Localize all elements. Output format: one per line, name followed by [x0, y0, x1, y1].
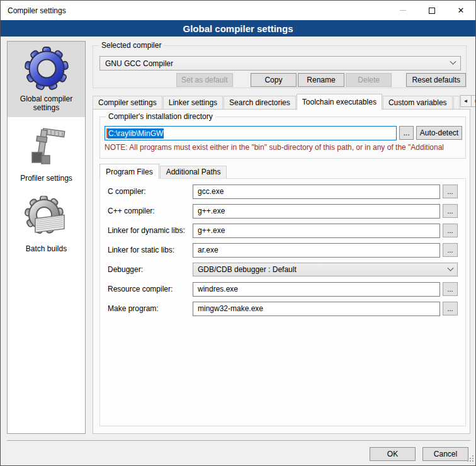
sidebar-item-label: Profiler settings: [20, 174, 72, 183]
tab-toolchain-executables[interactable]: Toolchain executables: [297, 94, 382, 110]
browse-resource-compiler-button[interactable]: ...: [443, 282, 458, 296]
cancel-button[interactable]: Cancel: [422, 447, 468, 461]
field-value: g++.exe: [198, 226, 225, 235]
compiler-buttons-row: Set as default Copy Rename Delete Reset …: [93, 73, 466, 87]
installation-directory-group: Compiler's installation directory C:\ray…: [99, 116, 466, 159]
auto-detect-button[interactable]: Auto-detect: [416, 126, 462, 140]
sidebar-item-batch-builds[interactable]: Batch builds: [8, 191, 85, 258]
toolchain-subtabstrip: Program Files Additional Paths: [99, 163, 466, 178]
compiler-select-value: GNU GCC Compiler: [105, 59, 173, 68]
browse-static-linker-button[interactable]: ...: [443, 243, 458, 257]
debugger-select[interactable]: GDB/CDB debugger : Default: [193, 263, 458, 276]
field-value: mingw32-make.exe: [198, 304, 263, 313]
window-title: Compiler settings: [1, 6, 66, 15]
footer-divider: [7, 440, 470, 441]
titlebar: Compiler settings ✕: [1, 1, 475, 20]
copy-button[interactable]: Copy: [251, 73, 297, 87]
cpp-compiler-input[interactable]: g++.exe: [193, 204, 440, 219]
installation-directory-value: C:\raylib\MinGW: [108, 128, 164, 139]
make-program-input[interactable]: mingw32-make.exe: [193, 302, 440, 316]
selected-compiler-group: Selected compiler GNU GCC Compiler Set a…: [93, 45, 467, 88]
field-row-dynamic-linker: Linker for dynamic libs: g++.exe ...: [108, 224, 458, 237]
field-label: C++ compiler:: [108, 207, 193, 215]
group-label: Selected compiler: [99, 41, 164, 50]
tab-linker-settings[interactable]: Linker settings: [163, 96, 223, 109]
browse-dynamic-linker-button[interactable]: ...: [443, 224, 458, 237]
ok-button[interactable]: OK: [370, 447, 416, 461]
resource-compiler-input[interactable]: windres.exe: [193, 282, 440, 297]
installation-directory-input[interactable]: C:\raylib\MinGW: [105, 126, 397, 140]
compiler-select[interactable]: GNU GCC Compiler: [99, 56, 461, 71]
resize-grip[interactable]: [467, 455, 473, 463]
field-row-c-compiler: C compiler: gcc.exe ...: [108, 185, 458, 198]
dynamic-linker-input[interactable]: g++.exe: [193, 224, 440, 238]
tab-scroll-left-icon[interactable]: ◄: [460, 95, 472, 107]
debugger-select-value: GDB/CDB debugger : Default: [198, 265, 297, 274]
browse-directory-button[interactable]: ...: [399, 126, 414, 140]
banner-title: Global compiler settings: [183, 23, 293, 34]
window-controls: ✕: [388, 1, 475, 20]
field-label: C compiler:: [108, 187, 193, 196]
field-label: Linker for dynamic libs:: [108, 226, 193, 235]
maximize-button[interactable]: [417, 1, 446, 20]
delete-button: Delete: [346, 73, 392, 87]
field-label: Resource compiler:: [108, 285, 193, 293]
browse-make-program-button[interactable]: ...: [443, 302, 458, 315]
field-value: gcc.exe: [198, 187, 224, 196]
field-value: ar.exe: [198, 246, 218, 254]
sidebar-item-profiler-settings[interactable]: Profiler settings: [8, 121, 85, 188]
field-label: Debugger:: [108, 265, 193, 274]
tab-program-files[interactable]: Program Files: [99, 164, 159, 179]
minimize-icon: [400, 10, 406, 11]
toolchain-executables-panel: Compiler's installation directory C:\ray…: [93, 109, 470, 434]
gray-gear-stack-icon: [23, 195, 70, 242]
field-row-static-linker: Linker for static libs: ar.exe ...: [108, 243, 458, 257]
installation-note: NOTE: All programs must exist either in …: [105, 143, 463, 152]
sidebar-item-label: Global compiler settings: [10, 94, 82, 112]
main-tabstrip: Compiler settings Linker settings Search…: [93, 93, 470, 109]
field-row-resource-compiler: Resource compiler: windres.exe ...: [108, 282, 458, 296]
rename-button[interactable]: Rename: [298, 73, 344, 87]
sidebar-item-label: Batch builds: [26, 244, 67, 253]
compiler-settings-dialog: Compiler settings ✕ Global compiler sett…: [0, 0, 476, 466]
tab-compiler-settings[interactable]: Compiler settings: [93, 96, 162, 109]
close-button[interactable]: ✕: [446, 1, 475, 20]
sidebar-item-global-compiler-settings[interactable]: Global compiler settings: [8, 42, 85, 117]
field-value: windres.exe: [198, 285, 238, 293]
settings-category-list: Global compiler settings Profiler settin…: [7, 41, 86, 434]
caliper-icon: [23, 125, 70, 171]
maximize-icon: [429, 8, 435, 14]
field-value: g++.exe: [198, 207, 225, 215]
banner: Global compiler settings: [1, 20, 475, 37]
chevron-down-icon: [448, 264, 454, 271]
set-as-default-button: Set as default: [176, 73, 233, 87]
tab-scroll-arrows: ◄ ►: [460, 95, 476, 107]
field-row-cpp-compiler: C++ compiler: g++.exe ...: [108, 204, 458, 218]
blue-gear-icon: [23, 45, 70, 92]
group-label: Compiler's installation directory: [106, 112, 215, 121]
browse-c-compiler-button[interactable]: ...: [443, 185, 458, 198]
c-compiler-input[interactable]: gcc.exe: [193, 185, 440, 199]
browse-cpp-compiler-button[interactable]: ...: [443, 204, 458, 218]
static-linker-input[interactable]: ar.exe: [193, 243, 440, 258]
tab-additional-paths[interactable]: Additional Paths: [160, 166, 227, 178]
field-label: Linker for static libs:: [108, 246, 193, 254]
field-label: Make program:: [108, 304, 193, 313]
minimize-button: [388, 1, 417, 20]
reset-defaults-button[interactable]: Reset defaults: [406, 73, 466, 87]
close-icon: ✕: [458, 6, 465, 14]
program-files-panel: C compiler: gcc.exe ... C++ compiler: g+…: [99, 178, 466, 426]
field-row-make-program: Make program: mingw32-make.exe ...: [108, 302, 458, 315]
chevron-down-icon: [450, 59, 456, 65]
tab-search-directories[interactable]: Search directories: [224, 96, 296, 109]
tab-build-options[interactable]: Build: [453, 96, 460, 109]
tab-custom-variables[interactable]: Custom variables: [383, 96, 453, 109]
tab-scroll-right-icon[interactable]: ►: [472, 95, 476, 107]
field-row-debugger: Debugger: GDB/CDB debugger : Default: [108, 263, 458, 276]
installation-directory-row: C:\raylib\MinGW ... Auto-detect: [105, 126, 462, 140]
